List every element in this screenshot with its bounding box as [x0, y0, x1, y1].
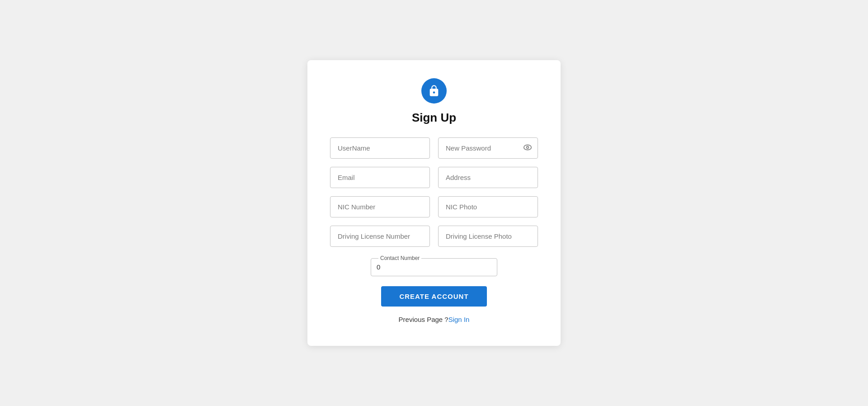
contact-number-label: Contact Number: [378, 255, 421, 261]
eye-icon[interactable]: [523, 142, 533, 154]
password-wrapper: [438, 137, 538, 159]
contact-fieldset: Contact Number: [371, 255, 497, 276]
signup-card: Sign Up Contact N: [307, 60, 561, 346]
nic-photo-input[interactable]: [438, 196, 538, 217]
footer-previous-text: Previous Page ?: [399, 316, 448, 323]
contact-number-wrapper: Contact Number: [330, 255, 538, 276]
svg-point-0: [524, 145, 532, 150]
page-title: Sign Up: [412, 111, 456, 125]
create-account-button[interactable]: CREATE ACCOUNT: [381, 286, 486, 307]
email-input[interactable]: [330, 167, 430, 188]
form-grid: [330, 137, 538, 247]
svg-point-1: [527, 146, 529, 148]
contact-number-input[interactable]: [377, 261, 491, 271]
lock-icon: [421, 78, 447, 104]
driving-license-number-input[interactable]: [330, 226, 430, 247]
driving-license-photo-input[interactable]: [438, 226, 538, 247]
username-input[interactable]: [330, 137, 430, 159]
address-input[interactable]: [438, 167, 538, 188]
footer-text: Previous Page ?Sign In: [399, 316, 470, 323]
nic-number-input[interactable]: [330, 196, 430, 217]
sign-in-link[interactable]: Sign In: [448, 316, 470, 323]
